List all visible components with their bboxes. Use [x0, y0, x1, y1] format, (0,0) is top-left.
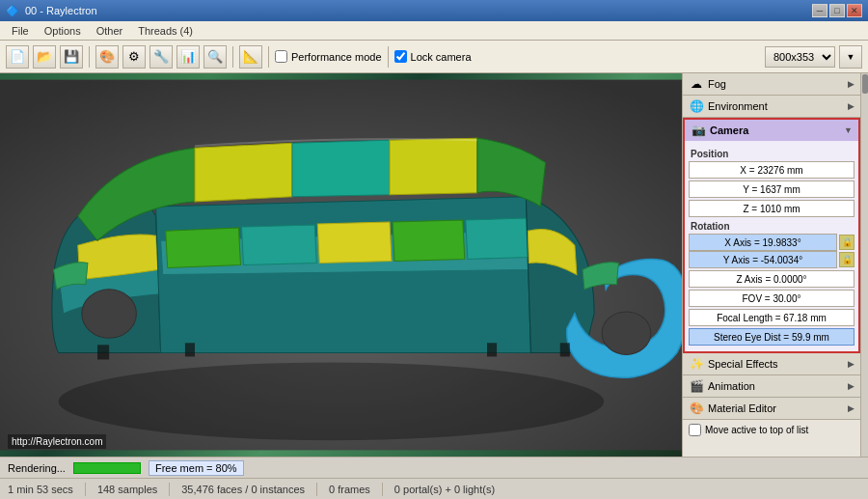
yaxis-input[interactable] [689, 251, 837, 268]
save-button[interactable]: 💾 [60, 45, 83, 69]
svg-rect-5 [185, 343, 195, 356]
app-icon: 🔷 [6, 5, 19, 17]
z-position-row [689, 200, 854, 217]
stereo-eye-row [689, 328, 854, 346]
minimize-button[interactable]: ─ [812, 4, 827, 17]
camera-icon: 📷 [691, 123, 706, 138]
environment-header[interactable]: 🌐 Environment ▶ [683, 96, 860, 117]
environment-section: 🌐 Environment ▶ [683, 96, 860, 118]
samples-display: 148 samples [97, 484, 157, 495]
fog-expand-icon: ▶ [848, 79, 854, 89]
render-canvas-area[interactable]: http://Raylectron.com [0, 73, 682, 457]
move-active-row: Move active to top of list [683, 420, 860, 440]
right-panel: ☁ Fog ▶ 🌐 Environment ▶ 📷 Camera ▼ [682, 73, 860, 457]
special-effects-label: Special Effects [708, 358, 778, 370]
render-progress-bar [73, 462, 141, 474]
svg-rect-6 [487, 343, 497, 356]
x-position-input[interactable] [689, 161, 854, 179]
new-button[interactable]: 📄 [6, 45, 29, 69]
toolbar: 📄 📂 💾 🎨 ⚙ 🔧 📊 🔍 📐 Performance mode Lock … [0, 41, 868, 73]
render-canvas: http://Raylectron.com [0, 73, 682, 457]
position-label: Position [691, 149, 853, 159]
frames-display: 0 frames [329, 484, 370, 495]
special-effects-section: ✨ Special Effects ▶ [683, 353, 860, 375]
animation-expand-icon: ▶ [848, 381, 854, 391]
animation-icon: 🎬 [689, 378, 704, 394]
render-button[interactable]: 🎨 [95, 45, 119, 69]
separator-3 [268, 46, 269, 68]
material-editor-section: 🎨 Material Editor ▶ [683, 398, 860, 420]
camera-label: Camera [710, 125, 748, 136]
yaxis-lock[interactable]: 🔒 [839, 252, 854, 267]
animation-header[interactable]: 🎬 Animation ▶ [683, 375, 860, 397]
menu-file[interactable]: File [4, 23, 37, 39]
move-active-label[interactable]: Move active to top of list [705, 425, 808, 435]
svg-point-2 [602, 312, 651, 354]
animation-label: Animation [708, 380, 755, 392]
material-editor-header[interactable]: 🎨 Material Editor ▶ [683, 398, 860, 419]
lock-camera-checkbox-container: Lock camera [394, 50, 472, 63]
y-position-input[interactable] [689, 180, 854, 198]
info-sep-4 [382, 483, 383, 496]
right-panel-container: ☁ Fog ▶ 🌐 Environment ▶ 📷 Camera ▼ [682, 73, 868, 457]
yaxis-row: 🔒 [689, 251, 854, 268]
special-effects-header[interactable]: ✨ Special Effects ▶ [683, 353, 860, 374]
rotation-label: Rotation [691, 221, 853, 232]
xaxis-row: 🔒 [689, 234, 854, 251]
tool3[interactable]: 🔧 [149, 45, 173, 69]
focal-length-input[interactable] [689, 309, 854, 326]
performance-mode-checkbox[interactable] [275, 50, 287, 63]
info-sep-3 [316, 483, 317, 496]
fog-icon: ☁ [689, 76, 704, 92]
infobar: 1 min 53 secs 148 samples 35,476 faces /… [0, 478, 868, 499]
zaxis-input[interactable] [689, 270, 854, 288]
rendering-label: Rendering... [8, 462, 66, 474]
lock-camera-label[interactable]: Lock camera [411, 51, 472, 63]
xaxis-lock[interactable]: 🔒 [839, 235, 854, 250]
separator-1 [89, 46, 90, 68]
menu-other[interactable]: Other [89, 23, 131, 39]
close-button[interactable]: ✕ [847, 4, 862, 17]
fog-label: Fog [708, 78, 726, 90]
performance-mode-checkbox-container: Performance mode [275, 50, 382, 63]
resolution-select[interactable]: 800x353 [765, 46, 835, 68]
resolution-arrow[interactable]: ▼ [839, 45, 862, 69]
y-position-row [689, 180, 854, 198]
animation-section: 🎬 Animation ▶ [683, 375, 860, 398]
menu-threads[interactable]: Threads (4) [130, 23, 201, 39]
maximize-button[interactable]: □ [829, 4, 845, 17]
separator-4 [388, 46, 389, 68]
tool4[interactable]: 📊 [176, 45, 200, 69]
environment-label: Environment [708, 100, 768, 112]
info-sep-2 [169, 483, 170, 496]
menubar: File Options Other Threads (4) [0, 21, 868, 41]
panel-scrollbar[interactable] [860, 73, 868, 457]
environment-expand-icon: ▶ [848, 101, 854, 111]
camera-header[interactable]: 📷 Camera ▼ [685, 120, 858, 141]
fog-header[interactable]: ☁ Fog ▶ [683, 73, 860, 95]
performance-mode-label[interactable]: Performance mode [291, 51, 382, 63]
settings-button[interactable]: ⚙ [122, 45, 146, 69]
tool5[interactable]: 🔍 [203, 45, 227, 69]
z-position-input[interactable] [689, 200, 854, 217]
camera-section: 📷 Camera ▼ Position [683, 118, 860, 353]
tool6[interactable]: 📐 [239, 45, 262, 69]
stereo-eye-input[interactable] [689, 328, 854, 346]
svg-point-3 [82, 290, 137, 339]
lock-camera-checkbox[interactable] [394, 50, 407, 63]
material-editor-label: Material Editor [708, 402, 776, 414]
x-position-row [689, 161, 854, 179]
fog-section: ☁ Fog ▶ [683, 73, 860, 96]
menu-options[interactable]: Options [37, 23, 89, 39]
statusbar: Rendering... Free mem = 80% [0, 457, 868, 478]
xaxis-input[interactable] [689, 234, 837, 251]
fov-input[interactable] [689, 290, 854, 307]
environment-icon: 🌐 [689, 98, 704, 114]
material-editor-icon: 🎨 [689, 401, 704, 416]
scrollbar-thumb[interactable] [862, 74, 868, 94]
focal-length-row [689, 309, 854, 326]
material-editor-expand-icon: ▶ [848, 403, 854, 413]
titlebar: 🔷 00 - Raylectron ─ □ ✕ [0, 0, 868, 21]
move-active-checkbox[interactable] [689, 424, 701, 436]
open-button[interactable]: 📂 [33, 45, 56, 69]
